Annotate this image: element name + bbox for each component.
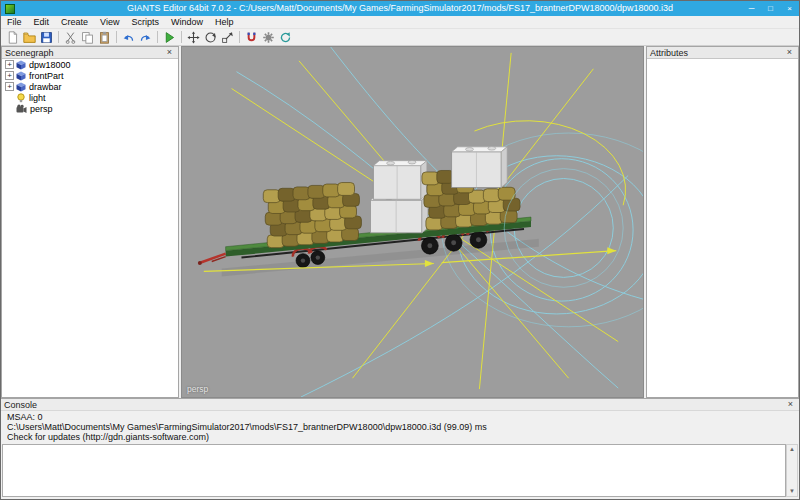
camera-icon — [16, 104, 27, 114]
scroll-up-icon[interactable]: ▲ — [787, 445, 797, 454]
cube-icon — [16, 82, 26, 92]
expand-toggle[interactable]: + — [5, 71, 14, 80]
giants-editor-window: GIANTS Editor 64bit 7.0.2 - C:/Users/Mat… — [0, 0, 800, 500]
cube-icon — [16, 71, 26, 81]
console-line: Check for updates (http://gdn.giants-sof… — [7, 432, 797, 442]
scroll-down-icon[interactable]: ▼ — [787, 487, 797, 496]
scenegraph-tree: +dpw18000+frontPart+drawbarlightpersp — [2, 59, 178, 397]
scenegraph-title: Scenegraph — [5, 48, 54, 58]
scenegraph-item-frontPart[interactable]: +frontPart — [2, 70, 178, 81]
physics-toggle-icon — [262, 31, 275, 44]
cut-button[interactable] — [62, 29, 79, 45]
node-label: dpw18000 — [29, 60, 71, 70]
menu-window[interactable]: Window — [165, 16, 209, 28]
console-line: C:\Users\Matt\Documents\My Games\Farming… — [7, 422, 797, 432]
scenegraph-item-drawbar[interactable]: +drawbar — [2, 81, 178, 92]
toolbar-separator — [239, 31, 240, 43]
toolbar-separator — [181, 31, 182, 43]
app-icon — [5, 4, 15, 14]
rotate-mode-button[interactable] — [202, 29, 219, 45]
snap-toggle-button[interactable] — [243, 29, 260, 45]
new-file-button[interactable] — [4, 29, 21, 45]
undo-icon — [122, 31, 135, 44]
console-output: MSAA: 0C:\Users\Matt\Documents\My Games\… — [1, 411, 799, 443]
copy-button[interactable] — [79, 29, 96, 45]
menu-file[interactable]: File — [1, 16, 28, 28]
window-title: GIANTS Editor 64bit 7.0.2 - C:/Users/Mat… — [1, 1, 799, 16]
play-icon — [163, 31, 176, 44]
attributes-close-button[interactable]: × — [784, 47, 795, 58]
node-label: light — [29, 93, 46, 103]
viewport-camera-label: persp — [187, 384, 208, 394]
menubar: FileEditCreateViewScriptsWindowHelp — [1, 16, 799, 29]
viewport-3d-scene — [182, 47, 643, 397]
cube-icon — [16, 60, 26, 70]
main-area: Scenegraph × +dpw18000+frontPart+drawbar… — [1, 46, 799, 398]
scale-mode-icon — [221, 31, 234, 44]
physics-toggle-button[interactable] — [260, 29, 277, 45]
console-title: Console — [4, 400, 37, 410]
toolbar — [1, 29, 799, 46]
expand-toggle[interactable]: + — [5, 82, 14, 91]
copy-icon — [81, 31, 94, 44]
minimize-button[interactable]: ─ — [742, 1, 761, 16]
attributes-title: Attributes — [650, 48, 688, 58]
close-button[interactable]: × — [780, 1, 799, 16]
console-input-area: ▲ ▼ — [2, 444, 798, 497]
redo-icon — [139, 31, 152, 44]
expand-toggle[interactable]: + — [5, 60, 14, 69]
menu-edit[interactable]: Edit — [28, 16, 56, 28]
toolbar-separator — [116, 31, 117, 43]
node-label: persp — [30, 104, 53, 114]
snap-toggle-icon — [245, 31, 258, 44]
reload-button[interactable] — [277, 29, 294, 45]
translate-mode-icon — [187, 31, 200, 44]
open-file-icon — [23, 31, 36, 44]
toolbar-separator — [58, 31, 59, 43]
console-panel: Console × MSAA: 0C:\Users\Matt\Documents… — [1, 398, 799, 499]
node-label: frontPart — [29, 71, 64, 81]
rotate-mode-icon — [204, 31, 217, 44]
scrollbar-track[interactable] — [787, 454, 797, 487]
scenegraph-item-dpw18000[interactable]: +dpw18000 — [2, 59, 178, 70]
light-icon — [16, 93, 26, 103]
attributes-panel: Attributes × — [646, 46, 799, 398]
cut-icon — [64, 31, 77, 44]
play-button[interactable] — [161, 29, 178, 45]
scenegraph-item-light[interactable]: light — [2, 92, 178, 103]
translate-mode-button[interactable] — [185, 29, 202, 45]
save-button[interactable] — [38, 29, 55, 45]
scale-mode-button[interactable] — [219, 29, 236, 45]
viewport[interactable]: persp — [181, 46, 644, 398]
menu-help[interactable]: Help — [209, 16, 240, 28]
scenegraph-panel: Scenegraph × +dpw18000+frontPart+drawbar… — [1, 46, 179, 398]
save-icon — [40, 31, 53, 44]
scenegraph-close-button[interactable]: × — [164, 47, 175, 58]
undo-button[interactable] — [120, 29, 137, 45]
attributes-header: Attributes × — [647, 47, 798, 59]
console-scrollbar[interactable]: ▲ ▼ — [786, 444, 798, 497]
attributes-body — [647, 59, 798, 397]
new-file-icon — [6, 31, 19, 44]
scenegraph-header: Scenegraph × — [2, 47, 178, 59]
console-close-button[interactable]: × — [785, 399, 796, 410]
toolbar-separator — [157, 31, 158, 43]
paste-icon — [98, 31, 111, 44]
redo-button[interactable] — [137, 29, 154, 45]
console-input[interactable] — [2, 444, 786, 497]
console-line: MSAA: 0 — [7, 412, 797, 422]
node-label: drawbar — [29, 82, 62, 92]
paste-button[interactable] — [96, 29, 113, 45]
menu-scripts[interactable]: Scripts — [125, 16, 165, 28]
maximize-button[interactable]: □ — [761, 1, 780, 16]
window-controls: ─ □ × — [742, 1, 799, 16]
reload-icon — [279, 31, 292, 44]
menu-create[interactable]: Create — [55, 16, 94, 28]
menu-view[interactable]: View — [94, 16, 125, 28]
titlebar: GIANTS Editor 64bit 7.0.2 - C:/Users/Mat… — [1, 1, 799, 16]
console-header: Console × — [1, 399, 799, 411]
scenegraph-item-persp[interactable]: persp — [2, 103, 178, 114]
open-file-button[interactable] — [21, 29, 38, 45]
